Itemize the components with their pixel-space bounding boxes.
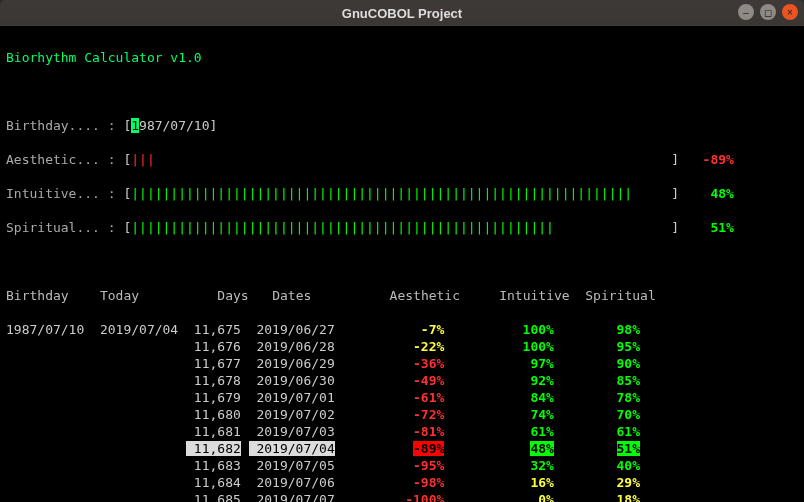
col-aesthetic: Aesthetic xyxy=(390,288,460,303)
spiritual-bar: ||||||||||||||||||||||||||||||||||||||||… xyxy=(131,220,671,235)
table-row: 11,681 2019/07/03 -81% 61% 61% xyxy=(6,423,798,440)
col-dates: Dates xyxy=(272,288,311,303)
app-title: Biorhythm Calculator v1.0 xyxy=(6,50,202,65)
intuitive-bar: ||||||||||||||||||||||||||||||||||||||||… xyxy=(131,186,671,201)
col-birthday: Birthday xyxy=(6,288,69,303)
aesthetic-pct: -89% xyxy=(695,152,734,167)
table-body: 1987/07/10 2019/07/04 11,675 2019/06/27 … xyxy=(6,321,798,502)
table-row: 11,677 2019/06/29 -36% 97% 90% xyxy=(6,355,798,372)
window-minimize-button[interactable]: – xyxy=(738,4,754,20)
col-spiritual: Spiritual xyxy=(585,288,655,303)
spiritual-label: Spiritual... : xyxy=(6,220,116,235)
table-header-row: Birthday Today Days Dates Aesthetic Intu… xyxy=(6,287,798,304)
table-row: 11,683 2019/07/05 -95% 32% 40% xyxy=(6,457,798,474)
table-row: 11,680 2019/07/02 -72% 74% 70% xyxy=(6,406,798,423)
intuitive-pct: 48% xyxy=(695,186,734,201)
col-today: Today xyxy=(100,288,139,303)
birthday-input-cursor[interactable]: 1 xyxy=(131,118,139,133)
aesthetic-bar: ||| xyxy=(131,152,671,167)
intuitive-label: Intuitive... : xyxy=(6,186,116,201)
table-row: 11,682 2019/07/04 -89% 48% 51% xyxy=(6,440,798,457)
window-title: GnuCOBOL Project xyxy=(342,6,462,21)
aesthetic-label: Aesthetic... : xyxy=(6,152,116,167)
col-days: Days xyxy=(217,288,248,303)
window-maximize-button[interactable]: ◻ xyxy=(760,4,776,20)
birthday-input-rest[interactable]: 987/07/10 xyxy=(139,118,209,133)
window-close-button[interactable]: × xyxy=(782,4,798,20)
birthday-label: Birthday.... : xyxy=(6,118,116,133)
table-row: 11,685 2019/07/07 -100% 0% 18% xyxy=(6,491,798,502)
spiritual-pct: 51% xyxy=(695,220,734,235)
table-row: 11,679 2019/07/01 -61% 84% 78% xyxy=(6,389,798,406)
table-row: 11,676 2019/06/28 -22% 100% 95% xyxy=(6,338,798,355)
window-titlebar: GnuCOBOL Project – ◻ × xyxy=(0,0,804,26)
table-row: 1987/07/10 2019/07/04 11,675 2019/06/27 … xyxy=(6,321,798,338)
col-intuitive: Intuitive xyxy=(499,288,569,303)
table-row: 11,678 2019/06/30 -49% 92% 85% xyxy=(6,372,798,389)
terminal-area: Biorhythm Calculator v1.0 Birthday.... :… xyxy=(0,26,804,502)
table-row: 11,684 2019/07/06 -98% 16% 29% xyxy=(6,474,798,491)
